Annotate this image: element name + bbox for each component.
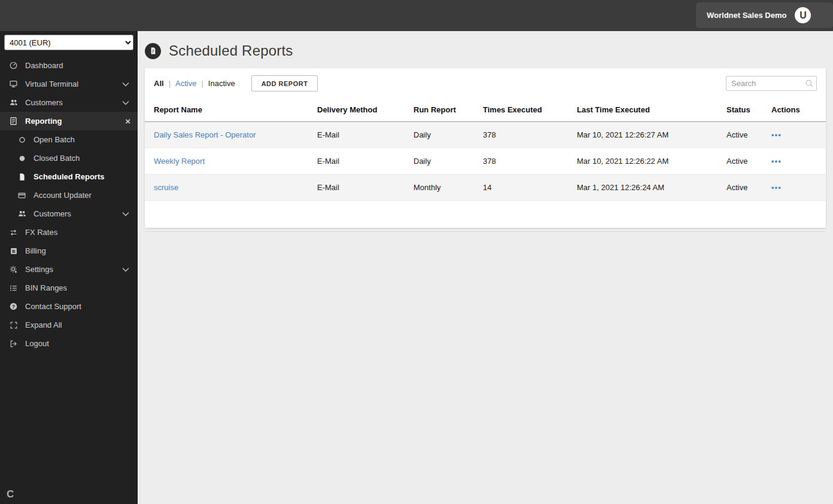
close-icon[interactable]: × bbox=[125, 117, 130, 126]
add-report-button[interactable]: ADD REPORT bbox=[251, 75, 318, 91]
sidebar-item-closed-batch[interactable]: Closed Batch bbox=[0, 149, 138, 167]
main-content: Scheduled Reports All | Active | Inactiv… bbox=[138, 31, 833, 504]
sidebar-item-label: Account Updater bbox=[34, 191, 92, 200]
exchange-icon bbox=[8, 228, 19, 237]
svg-text:B: B bbox=[12, 248, 16, 253]
billing-icon: B bbox=[8, 246, 19, 256]
circle-outline-icon bbox=[17, 135, 27, 145]
filter-separator: | bbox=[201, 79, 203, 88]
filter-inactive[interactable]: Inactive bbox=[208, 79, 235, 88]
cell-delivery-method: E-Mail bbox=[317, 122, 414, 148]
sidebar-item-account-updater[interactable]: Account Updater bbox=[0, 186, 138, 204]
cell-status: Active bbox=[726, 122, 771, 148]
sidebar-item-label: Contact Support bbox=[25, 302, 81, 311]
cell-last-time-executed: Mar 10, 2021 12:26:22 AM bbox=[577, 148, 726, 175]
sidebar-item-dashboard[interactable]: Dashboard bbox=[0, 56, 138, 75]
filter-all[interactable]: All bbox=[154, 79, 164, 88]
row-actions-ellipsis-icon[interactable]: ••• bbox=[771, 157, 782, 166]
sidebar-item-label: Billing bbox=[25, 246, 46, 255]
panel-footer-spacer bbox=[145, 201, 826, 228]
reports-panel: All | Active | Inactive ADD REPORT bbox=[145, 68, 826, 228]
table-row: Daily Sales Report - Operator E-Mail Dai… bbox=[145, 122, 826, 148]
sidebar-item-fx-rates[interactable]: FX Rates bbox=[0, 223, 138, 242]
sidebar-item-expand-all[interactable]: Expand All bbox=[0, 316, 138, 334]
page-header: Scheduled Reports bbox=[138, 31, 833, 59]
cell-times-executed: 14 bbox=[483, 175, 577, 201]
sidebar-item-virtual-terminal[interactable]: Virtual Terminal bbox=[0, 75, 138, 93]
sidebar-item-billing[interactable]: B Billing bbox=[0, 242, 138, 260]
sidebar-item-logout[interactable]: Logout bbox=[0, 334, 138, 353]
sidebar-item-contact-support[interactable]: ? Contact Support bbox=[0, 297, 138, 316]
cell-run-report: Daily bbox=[414, 148, 483, 175]
topbar: Worldnet Sales Demo U bbox=[0, 0, 833, 31]
cell-delivery-method: E-Mail bbox=[317, 175, 414, 201]
document-icon bbox=[17, 172, 27, 182]
user-box[interactable]: Worldnet Sales Demo U bbox=[696, 2, 833, 28]
users-icon bbox=[17, 209, 27, 219]
sidebar-item-customers-sub[interactable]: Customers bbox=[0, 204, 138, 223]
users-icon bbox=[8, 98, 19, 108]
credit-card-icon bbox=[17, 191, 27, 200]
sidebar-item-label: Customers bbox=[25, 98, 63, 107]
sidebar-item-customers[interactable]: Customers bbox=[0, 93, 138, 112]
sidebar-item-label: Dashboard bbox=[25, 61, 63, 70]
sidebar-item-label: Customers bbox=[34, 209, 71, 218]
sidebar-item-label: Expand All bbox=[25, 320, 62, 329]
column-header-last-time-executed: Last Time Executed bbox=[577, 97, 726, 122]
search-input[interactable] bbox=[726, 76, 817, 91]
sidebar-nav: Dashboard Virtual Terminal Customers bbox=[0, 56, 138, 353]
reports-table: Report Name Delivery Method Run Report T… bbox=[145, 97, 826, 201]
row-actions-ellipsis-icon[interactable]: ••• bbox=[771, 184, 782, 192]
chevron-down-icon bbox=[121, 266, 130, 273]
sidebar-item-label: BIN Ranges bbox=[25, 283, 67, 292]
terminal-icon bbox=[8, 80, 19, 89]
sidebar-item-bin-ranges[interactable]: BIN Ranges bbox=[0, 279, 138, 297]
sidebar-item-label: FX Rates bbox=[25, 228, 57, 237]
circle-filled-icon bbox=[17, 154, 27, 163]
avatar: U bbox=[795, 7, 811, 23]
sidebar-item-label: Settings bbox=[25, 265, 53, 274]
filter-separator: | bbox=[169, 79, 171, 88]
sidebar-item-open-batch[interactable]: Open Batch bbox=[0, 130, 138, 149]
report-name-link[interactable]: scruise bbox=[154, 183, 178, 192]
report-name-link[interactable]: Weekly Report bbox=[154, 157, 205, 166]
chevron-down-icon bbox=[121, 210, 130, 218]
sidebar-item-label: Scheduled Reports bbox=[34, 172, 104, 181]
column-header-actions: Actions bbox=[771, 97, 826, 122]
filter-active[interactable]: Active bbox=[175, 79, 196, 88]
chevron-down-icon bbox=[121, 99, 130, 106]
table-row: Weekly Report E-Mail Daily 378 Mar 10, 2… bbox=[145, 148, 826, 175]
column-header-times-executed: Times Executed bbox=[483, 97, 577, 122]
page-document-icon bbox=[145, 43, 161, 59]
user-box-label: Worldnet Sales Demo bbox=[707, 11, 786, 20]
sidebar-item-label: Closed Batch bbox=[34, 154, 80, 163]
sidebar-item-reporting[interactable]: Reporting × bbox=[0, 112, 138, 130]
dashboard-icon bbox=[8, 61, 19, 71]
terminal-select[interactable]: 4001 (EUR) bbox=[4, 35, 133, 50]
column-header-delivery-method: Delivery Method bbox=[317, 97, 414, 122]
cell-delivery-method: E-Mail bbox=[317, 148, 414, 175]
table-header-row: Report Name Delivery Method Run Report T… bbox=[145, 97, 826, 122]
cell-run-report: Daily bbox=[414, 122, 483, 148]
sidebar-item-settings[interactable]: Settings bbox=[0, 260, 138, 279]
report-name-link[interactable]: Daily Sales Report - Operator bbox=[154, 130, 256, 139]
brand-logo-c: C bbox=[7, 488, 14, 500]
sidebar-item-label: Reporting bbox=[25, 117, 62, 126]
report-icon bbox=[8, 117, 19, 126]
column-header-report-name: Report Name bbox=[145, 97, 317, 122]
expand-icon bbox=[8, 320, 19, 330]
sidebar-item-label: Open Batch bbox=[34, 135, 75, 144]
cell-times-executed: 378 bbox=[483, 122, 577, 148]
cell-last-time-executed: Mar 10, 2021 12:26:27 AM bbox=[577, 122, 726, 148]
svg-text:?: ? bbox=[12, 304, 15, 310]
status-filters: All | Active | Inactive ADD REPORT bbox=[154, 75, 318, 91]
logout-icon bbox=[8, 339, 19, 349]
sidebar: 4001 (EUR) Dashboard Virtual Terminal Cu… bbox=[0, 31, 138, 504]
cell-last-time-executed: Mar 1, 2021 12:26:24 AM bbox=[577, 175, 726, 201]
row-actions-ellipsis-icon[interactable]: ••• bbox=[771, 131, 782, 139]
table-row: scruise E-Mail Monthly 14 Mar 1, 2021 12… bbox=[145, 175, 826, 201]
column-header-status: Status bbox=[726, 97, 771, 122]
reports-toolbar: All | Active | Inactive ADD REPORT bbox=[145, 68, 826, 97]
sidebar-item-scheduled-reports[interactable]: Scheduled Reports bbox=[0, 167, 138, 186]
cell-status: Active bbox=[726, 148, 771, 175]
